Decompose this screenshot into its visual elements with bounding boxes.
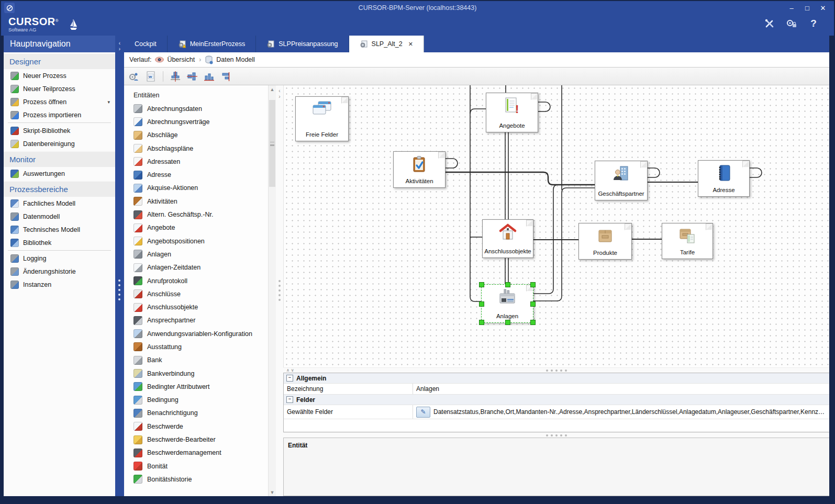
selection-handle[interactable] [479, 301, 484, 307]
selection-handle[interactable] [479, 282, 484, 287]
diagram-node-aktivitaeten[interactable]: Aktivitäten [393, 151, 446, 188]
entity-item-bank[interactable]: Bank [124, 354, 269, 367]
horizontal-splitter[interactable]: ∧∨ [283, 367, 829, 373]
splitter-left-icon[interactable]: ‹ [276, 88, 283, 94]
splitter-grip[interactable] [546, 434, 567, 436]
tab-slppreisanpassung[interactable]: SLPPreisanpassung [256, 36, 349, 52]
entity-item-anschlussobjekte[interactable]: Anschlussobjekte [124, 300, 269, 313]
deployment-gears-icon[interactable] [786, 18, 797, 29]
sidebar-item-logging[interactable]: Logging [4, 252, 115, 265]
diagram-edge[interactable] [749, 168, 762, 177]
diagram-edge[interactable] [470, 109, 486, 301]
entity-item-abrechnungsvertr-ge[interactable]: Abrechnungsverträge [124, 115, 269, 128]
selection-handle[interactable] [530, 320, 536, 325]
edit-fields-button[interactable]: ✎ [416, 407, 430, 418]
diagram-node-tarife[interactable]: Tarife [662, 223, 713, 259]
sidebar-item-instanzen[interactable]: Instanzen [4, 278, 115, 291]
entity-item-beschwerde[interactable]: Beschwerde [124, 420, 269, 433]
sidebar-item-fachliches-modell[interactable]: Fachliches Modell [4, 197, 115, 210]
selection-handle[interactable] [479, 320, 484, 325]
entity-item-ausstattung[interactable]: Ausstattung [124, 340, 269, 353]
entity-item-anwendungsvariablen-konfiguration[interactable]: Anwendungsvariablen-Konfiguration [124, 327, 269, 340]
maximize-button[interactable]: □ [800, 3, 814, 13]
splitter-grip[interactable] [118, 279, 120, 300]
entity-item-anlagen[interactable]: Anlagen [124, 248, 269, 261]
diagram-edge[interactable] [444, 159, 458, 168]
entity-item-beschwerde-bearbeiter[interactable]: Beschwerde-Bearbeiter [124, 433, 269, 446]
splitter-right-icon[interactable]: › [276, 94, 283, 99]
process-settings-icon[interactable] [128, 71, 140, 82]
align-center-icon[interactable] [186, 71, 198, 82]
close-tab-icon[interactable]: ✕ [408, 41, 413, 48]
splitter-grip[interactable] [279, 280, 281, 301]
minimize-button[interactable]: – [785, 3, 798, 13]
entity-item-angebote[interactable]: Angebote [124, 221, 269, 234]
close-button[interactable]: ✕ [816, 3, 830, 13]
entity-item-anrufprotokoll[interactable]: Anrufprotokoll [124, 274, 269, 287]
splitter-arrows[interactable]: ∧∨ [286, 368, 296, 373]
entity-item-bankverbindung[interactable]: Bankverbindung [124, 367, 269, 380]
sidebar-item-auswertungen[interactable]: Auswertungen [4, 167, 115, 180]
entity-item-bonit-t[interactable]: Bonität [124, 460, 269, 473]
align-right-icon[interactable] [220, 71, 231, 82]
panel-splitter[interactable]: ‹ › [276, 85, 283, 496]
diagram-node-anschlussobjekte[interactable]: Anschlussobjekte [482, 219, 533, 258]
tools-icon[interactable] [764, 18, 775, 29]
diagram-edge[interactable] [444, 172, 595, 185]
selection-handle[interactable] [505, 282, 510, 287]
collapse-left-icon[interactable]: ‹ [115, 41, 124, 46]
tab-cockpit[interactable]: Cockpit [124, 36, 168, 52]
diagram-node-geschaeftspartner[interactable]: Geschäftspartner [595, 161, 648, 200]
collapse-right-icon[interactable]: › [115, 47, 124, 52]
sidebar-item-datenmodell[interactable]: Datenmodell [4, 210, 115, 223]
sidebar-item-prozess-importieren[interactable]: Prozess importieren [4, 108, 115, 121]
horizontal-splitter[interactable] [283, 432, 829, 438]
entity-item-anschl-sse[interactable]: Anschlüsse [124, 287, 269, 300]
entity-item-beschwerdemanagement[interactable]: Beschwerdemanagement [124, 446, 269, 460]
align-bottom-icon[interactable] [203, 71, 215, 82]
diagram-node-anlagen[interactable]: Anlagen [481, 284, 533, 323]
entity-item-altern-gesch-ftsp-nr[interactable]: Altern. Geschäftsp.-Nr. [124, 208, 269, 221]
breadcrumb-item-daten-modell[interactable]: Daten Modell [205, 55, 255, 64]
entity-item-abschl-ge[interactable]: Abschläge [124, 129, 269, 142]
entity-item-akquise-aktionen[interactable]: Akquise-Aktionen [124, 182, 269, 195]
diagram-node-angebote[interactable]: !Angebote [486, 93, 538, 132]
entity-item-bedingung[interactable]: Bedingung [124, 394, 269, 407]
collapse-icon[interactable]: − [286, 396, 293, 403]
chevron-down-icon[interactable]: ▾ [107, 99, 110, 105]
entity-item-abrechnungsdaten[interactable]: Abrechnungsdaten [124, 102, 269, 115]
splitter-grip[interactable] [546, 369, 567, 372]
entity-item-benachrichtigung[interactable]: Benachrichtigung [124, 407, 269, 420]
word-export-icon[interactable]: w [145, 71, 157, 82]
entity-item-angebotspositionen[interactable]: Angebotspositionen [124, 234, 269, 248]
diagram-edge[interactable] [647, 168, 660, 177]
diagram-node-freie-felder[interactable]: Freie Felder [295, 96, 349, 141]
entity-list-scrollbar[interactable]: ▲ ▼ [268, 85, 276, 496]
selection-handle[interactable] [505, 320, 510, 325]
property-value[interactable]: Anlagen [416, 385, 439, 393]
entity-item-bedingter-attributwert[interactable]: Bedingter Attributwert [124, 380, 269, 393]
sidebar-collapse-strip[interactable]: ‹ › [115, 36, 124, 496]
sidebar-item-technisches-modell[interactable]: Technisches Modell [4, 223, 115, 236]
sidebar-item-prozess-ffnen[interactable]: Prozess öffnen▾ [4, 95, 115, 108]
sidebar-item-skript-bibliothek[interactable]: Skript-Bibliothek [4, 124, 115, 137]
entity-item-adresse[interactable]: Adresse [124, 168, 269, 181]
diagram-canvas[interactable]: Freie Felder!AngeboteAktivitätenGeschäft… [283, 85, 829, 367]
breadcrumb-item-bersicht[interactable]: Übersicht [155, 56, 195, 63]
entity-item-adressaten[interactable]: Adressaten [124, 155, 269, 168]
sidebar-item-neuer-teilprozess[interactable]: Neuer Teilprozess [4, 82, 115, 95]
align-middle-icon[interactable] [170, 71, 181, 82]
tab-meinersterprozess[interactable]: MeinErsterProzess [168, 36, 257, 52]
selection-handle[interactable] [530, 282, 536, 287]
selection-handle[interactable] [530, 301, 536, 307]
scrollbar-thumb[interactable] [269, 100, 275, 187]
sidebar-item-bibliothek[interactable]: Bibliothek [4, 236, 115, 249]
help-icon[interactable]: ? [808, 18, 819, 29]
entity-item-abschlagspl-ne[interactable]: Abschlagspläne [124, 142, 269, 155]
diagram-node-produkte[interactable]: Produkte [578, 223, 632, 260]
scroll-down-icon[interactable]: ▼ [269, 488, 276, 496]
sidebar-item-nderungshistorie[interactable]: Änderungshistorie [4, 265, 115, 278]
collapse-icon[interactable]: − [286, 375, 293, 382]
entity-item-anlagen-zeitdaten[interactable]: Anlagen-Zeitdaten [124, 261, 269, 274]
entity-item-ansprechpartner[interactable]: Ansprechpartner [124, 314, 269, 327]
